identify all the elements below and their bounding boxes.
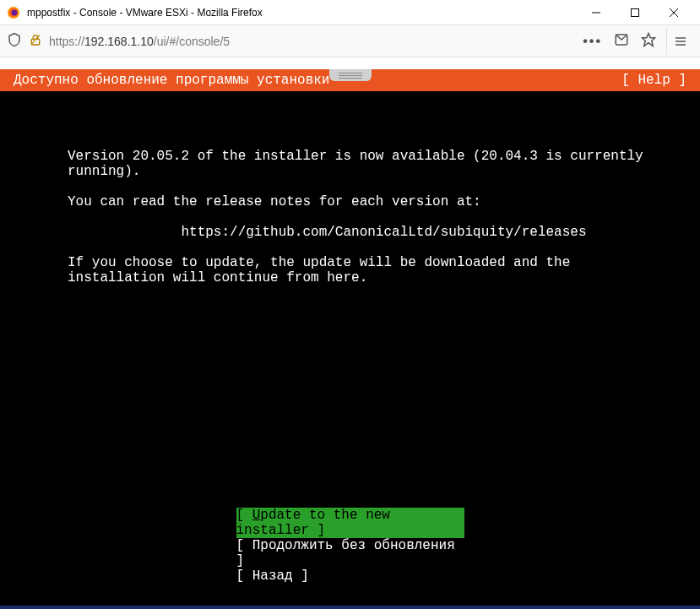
console-viewport[interactable]: Доступно обновление программы установки … (0, 69, 700, 609)
option-back[interactable]: [ Назад ] (236, 568, 464, 584)
firefox-icon (7, 6, 20, 19)
page-actions-icon[interactable]: ••• (583, 34, 602, 49)
hamburger-menu-icon[interactable] (666, 28, 693, 55)
installer-footer-bar (0, 606, 700, 609)
close-button[interactable] (654, 0, 693, 25)
body-line-2: You can read the release notes for each … (68, 194, 481, 209)
url-scheme: https:// (49, 35, 84, 48)
option-continue-without-update[interactable]: [ Продолжить без обновления ] (236, 538, 464, 568)
body-line-3: If you choose to update, the update will… (68, 255, 578, 285)
url-input[interactable]: https://192.168.1.10/ui/#/console/5 (49, 35, 576, 48)
lock-warning-icon[interactable] (29, 33, 42, 50)
svg-rect-4 (632, 8, 639, 16)
url-host: 192.168.1.10 (84, 35, 154, 48)
installer-options: [ Update to the new installer ] [ Продол… (0, 508, 700, 584)
maximize-button[interactable] (616, 0, 654, 25)
address-bar: https://192.168.1.10/ui/#/console/5 ••• (0, 25, 700, 57)
svg-point-2 (12, 9, 18, 15)
url-path: /ui/#/console/5 (154, 35, 230, 48)
shield-icon[interactable] (7, 32, 22, 51)
minimize-button[interactable] (577, 0, 616, 25)
release-notes-url: https://github.com/CanonicalLtd/subiquit… (181, 225, 586, 240)
help-button[interactable]: [ Help ] (621, 73, 686, 88)
svg-marker-10 (643, 33, 655, 46)
installer-body: Version 20.05.2 of the installer is now … (0, 91, 700, 331)
bookmark-star-icon[interactable] (641, 32, 656, 51)
console-pull-tab[interactable] (329, 69, 372, 81)
window-controls (577, 0, 693, 25)
installer-header-title: Доступно обновление программы установки (14, 73, 329, 88)
toolbar-right: ••• (583, 32, 656, 51)
body-line-1: Version 20.05.2 of the installer is now … (68, 149, 651, 179)
reader-icon[interactable] (614, 32, 629, 51)
window-title: mppostfix - Console - VMware ESXi - Mozi… (27, 7, 577, 19)
option-update-installer[interactable]: [ Update to the new installer ] (236, 508, 464, 538)
window-titlebar: mppostfix - Console - VMware ESXi - Mozi… (0, 0, 700, 25)
